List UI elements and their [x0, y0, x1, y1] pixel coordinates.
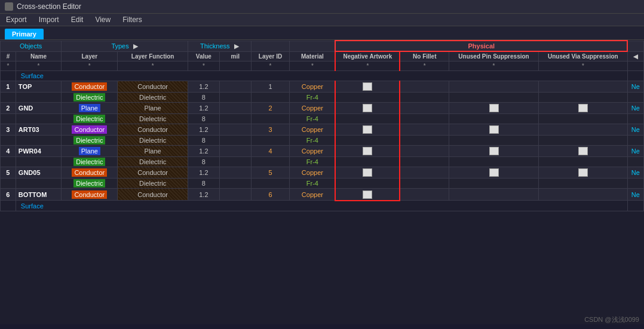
- col-value-header: Value: [188, 51, 219, 62]
- checkbox-negative[interactable]: [363, 104, 372, 112]
- col-material-header-empty: [290, 41, 335, 51]
- row-num: 5: [1, 167, 16, 179]
- table-row[interactable]: 4 PWR04 Plane Plane 1.2 4 Copper Ne: [1, 146, 644, 157]
- row-ne: Ne: [627, 146, 643, 157]
- table-row[interactable]: 3 ART03 Conductor Conductor 1.2 3 Copper…: [1, 124, 644, 136]
- watermark: CSDN @浅浅0099: [584, 315, 639, 324]
- menu-filters[interactable]: Filters: [116, 14, 148, 26]
- table-row[interactable]: 6 BOTTOM Conductor Conductor 1.2 6 Coppe…: [1, 189, 644, 201]
- col-negative-artwork-header: Negative Artwork: [335, 51, 400, 62]
- row-layer: Plane: [62, 103, 118, 114]
- row-layerid: 2: [251, 103, 290, 114]
- row-name: TOP: [16, 81, 61, 93]
- row-ne: Ne: [627, 189, 643, 201]
- row-unused-via: [538, 103, 627, 114]
- table-row[interactable]: 2 GND Plane Plane 1.2 2 Copper Ne: [1, 103, 644, 114]
- row-no-fillet: [400, 179, 449, 189]
- checkbox-unusedpin[interactable]: [489, 147, 499, 155]
- table-wrapper: Objects Types ▶ Thickness ▶ Physical: [0, 40, 644, 211]
- row-thickness: 1.2: [188, 189, 219, 201]
- row-material: Copper: [290, 124, 335, 136]
- menu-edit[interactable]: Edit: [65, 14, 90, 26]
- row-unused-via: [538, 157, 627, 167]
- filter-unusedvia: *: [538, 62, 627, 71]
- row-thickness: 8: [188, 157, 219, 167]
- table-row: Dielectric Dielectric 8 Fr-4: [1, 157, 644, 167]
- row-unused-pin: [449, 179, 539, 189]
- row-negative-artwork: [335, 189, 400, 201]
- row-name: [16, 136, 61, 146]
- row-unused-via: [538, 146, 627, 157]
- filter-layerid: *: [251, 62, 290, 71]
- checkbox-negative[interactable]: [363, 190, 372, 199]
- row-ne: Ne: [627, 124, 643, 136]
- checkbox-unusedvia[interactable]: [578, 104, 588, 112]
- tab-primary[interactable]: Primary: [5, 29, 44, 39]
- row-layerfunc: Conductor: [118, 189, 188, 201]
- checkbox-unusedvia[interactable]: [578, 147, 588, 155]
- row-material: Copper: [290, 167, 335, 179]
- row-layer: Dielectric: [62, 136, 118, 146]
- row-unused-pin: [449, 136, 539, 146]
- table-row: Dielectric Dielectric 8 Fr-4: [1, 93, 644, 103]
- row-no-fillet: [400, 146, 449, 157]
- row-negative-artwork: [335, 124, 400, 136]
- row-unused-via: [538, 136, 627, 146]
- row-mil: [219, 114, 251, 124]
- row-ne: Ne: [627, 103, 643, 114]
- checkbox-unusedpin[interactable]: [489, 168, 499, 177]
- row-ne: Ne: [627, 167, 643, 179]
- menu-import[interactable]: Import: [33, 14, 65, 26]
- row-material: Fr-4: [290, 114, 335, 124]
- row-no-fillet: [400, 93, 449, 103]
- row-negative-artwork: [335, 114, 400, 124]
- row-thickness: 1.2: [188, 103, 219, 114]
- row-negative-artwork: [335, 157, 400, 167]
- row-unused-pin: [449, 157, 539, 167]
- row-unused-pin: [449, 167, 539, 179]
- row-layerfunc: Dielectric: [118, 157, 188, 167]
- row-num: 4: [1, 146, 16, 157]
- row-material: Fr-4: [290, 179, 335, 189]
- row-unused-pin: [449, 146, 539, 157]
- row-layerid: [251, 114, 290, 124]
- surface-top-label: Surface: [16, 71, 627, 81]
- checkbox-unusedpin[interactable]: [489, 104, 499, 112]
- tab-bar: Primary: [0, 26, 644, 40]
- row-layer: Conductor: [62, 167, 118, 179]
- menu-view[interactable]: View: [89, 14, 116, 26]
- table-row[interactable]: 1 TOP Conductor Conductor 1.2 1 Copper N…: [1, 81, 644, 93]
- table-row: Dielectric Dielectric 8 Fr-4: [1, 114, 644, 124]
- col-no-fillet-header: No Fillet: [400, 51, 449, 62]
- row-name: GND05: [16, 167, 61, 179]
- row-layerid: [251, 136, 290, 146]
- col-mil-header: mil: [219, 51, 251, 62]
- checkbox-negative[interactable]: [363, 168, 372, 177]
- menu-export[interactable]: Export: [0, 14, 33, 26]
- checkbox-negative[interactable]: [363, 147, 372, 155]
- checkbox-unusedpin[interactable]: [489, 125, 499, 134]
- checkbox-negative[interactable]: [363, 82, 372, 91]
- filter-value: *: [188, 62, 219, 71]
- row-layerid: 6: [251, 189, 290, 201]
- row-layerfunc: Plane: [118, 103, 188, 114]
- row-material: Copper: [290, 146, 335, 157]
- row-no-fillet: [400, 124, 449, 136]
- row-mil: [219, 157, 251, 167]
- filter-name: *: [16, 62, 61, 71]
- row-thickness: 8: [188, 93, 219, 103]
- filter-extra: [627, 62, 643, 71]
- row-negative-artwork: [335, 93, 400, 103]
- row-layerfunc: Dielectric: [118, 136, 188, 146]
- title-bar: Cross-section Editor: [0, 0, 644, 14]
- filter-num: *: [1, 62, 16, 71]
- table-row[interactable]: 5 GND05 Conductor Conductor 1.2 5 Copper…: [1, 167, 644, 179]
- row-unused-via: [538, 81, 627, 93]
- row-name: ART03: [16, 124, 61, 136]
- row-material: Copper: [290, 189, 335, 201]
- checkbox-unusedvia[interactable]: [578, 168, 588, 177]
- row-layerid: 1: [251, 81, 290, 93]
- row-layerfunc: Conductor: [118, 124, 188, 136]
- col-scroll: ◀: [627, 51, 643, 62]
- checkbox-negative[interactable]: [363, 125, 372, 134]
